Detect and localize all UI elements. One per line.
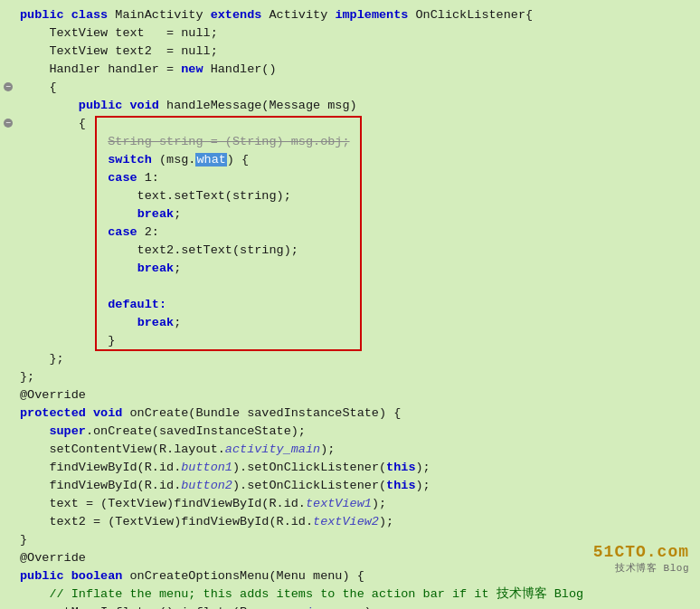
line-content-switch: switch (msg.what) { xyxy=(16,153,700,167)
code-line-settext2: text2.setText(string); xyxy=(0,241,700,259)
code-line-default: default: xyxy=(0,295,700,313)
gutter-5[interactable]: − xyxy=(0,82,16,91)
code-line-tv1: text = (TextView)findViewById(R.id.textV… xyxy=(0,494,700,512)
code-line-switch: switch (msg.what) { xyxy=(0,150,700,168)
code-line-3: TextView text2 = null; xyxy=(0,42,700,60)
code-line-super: super.onCreate(savedInstanceState); xyxy=(0,422,700,440)
line-content-7: { xyxy=(16,117,700,130)
line-content-closebrace: } xyxy=(16,334,700,347)
line-content-6: public void handleMessage(Message msg) xyxy=(16,99,700,112)
line-content-st: String string = (String) msg.obj; xyxy=(16,135,700,148)
line-content-4: Handler handler = new Handler() xyxy=(16,62,700,76)
code-line-breakdef: break; xyxy=(0,313,700,331)
code-line-1: public class MainActivity extends Activi… xyxy=(0,5,700,24)
code-line-inflater: getMenuInflater().inflate(R.menu.main, m… xyxy=(0,603,700,609)
line-content-comment: // Inflate the menu; this adds items to … xyxy=(16,585,700,602)
line-content-tv1: text = (TextView)findViewById(R.id.textV… xyxy=(16,497,700,510)
code-line-7: − { xyxy=(0,114,700,132)
code-line-fvb2: findViewById(R.id.button2).setOnClickLis… xyxy=(0,476,700,494)
code-line-settext1: text.setText(string); xyxy=(0,186,700,205)
line-content-empty xyxy=(16,280,700,293)
line-content-case1: case 1: xyxy=(16,171,700,185)
code-line-case1: case 1: xyxy=(0,168,700,186)
code-line-6: public void handleMessage(Message msg) xyxy=(0,96,700,114)
code-line-override1: @Override xyxy=(0,385,700,404)
watermark-tagline: 技术博客 Blog xyxy=(615,561,689,575)
code-line-4: Handler handler = new Handler() xyxy=(0,60,700,78)
line-content-2: TextView text = null; xyxy=(16,26,700,40)
code-editor: public class MainActivity extends Activi… xyxy=(0,0,700,609)
code-line-2: TextView text = null; xyxy=(0,24,700,42)
code-line-break2: break; xyxy=(0,259,700,277)
watermark-logo: 51CTO.com xyxy=(593,543,689,561)
line-content-inflater: getMenuInflater().inflate(R.menu.main, m… xyxy=(16,605,700,610)
code-line-oncreate: protected void onCreate(Bundle savedInst… xyxy=(0,404,700,422)
line-content-break2: break; xyxy=(16,262,700,275)
code-line-comment: // Inflate the menu; this adds items to … xyxy=(0,585,700,603)
line-content-fvb2: findViewById(R.id.button2).setOnClickLis… xyxy=(16,479,700,492)
line-content-case2: case 2: xyxy=(16,225,700,239)
code-line-classclose: }; xyxy=(0,367,700,385)
code-line-strikethrough: String string = (String) msg.obj; xyxy=(0,132,700,150)
code-line-handlerclose: }; xyxy=(0,349,700,367)
watermark: 51CTO.com 技术博客 Blog xyxy=(593,543,689,575)
code-line-case2: case 2: xyxy=(0,223,700,241)
collapse-icon-2[interactable]: − xyxy=(4,119,13,128)
line-content-settext1: text.setText(string); xyxy=(16,189,700,203)
line-content-override1: @Override xyxy=(16,388,700,402)
line-content-default: default: xyxy=(16,298,700,311)
code-line-closebrace: } xyxy=(0,331,700,349)
line-content-fvb1: findViewById(R.id.button1).setOnClickLis… xyxy=(16,461,700,474)
line-content-3: TextView text2 = null; xyxy=(16,44,700,58)
line-content-setcontent: setContentView(R.layout.activity_main); xyxy=(16,442,700,456)
code-line-tv2: text2 = (TextView)findViewById(R.id.text… xyxy=(0,512,700,530)
selected-word: what xyxy=(195,153,226,167)
code-line-fvb1: findViewById(R.id.button1).setOnClickLis… xyxy=(0,458,700,476)
gutter-7[interactable]: − xyxy=(0,119,16,128)
code-line-5: − { xyxy=(0,78,700,96)
line-content-5: { xyxy=(16,81,700,94)
code-line-break1: break; xyxy=(0,205,700,223)
line-content-tv2: text2 = (TextView)findViewById(R.id.text… xyxy=(16,515,700,528)
line-content-oncreate: protected void onCreate(Bundle savedInst… xyxy=(16,406,700,420)
line-content-1: public class MainActivity extends Activi… xyxy=(16,8,700,22)
code-line-empty xyxy=(0,277,700,295)
line-content-breakdef: break; xyxy=(16,316,700,329)
line-content-settext2: text2.setText(string); xyxy=(16,243,700,257)
line-content-super: super.onCreate(savedInstanceState); xyxy=(16,424,700,438)
line-content-classclose: }; xyxy=(16,370,700,384)
code-line-setcontent: setContentView(R.layout.activity_main); xyxy=(0,440,700,458)
line-content-handlerclose: }; xyxy=(16,352,700,366)
collapse-icon[interactable]: − xyxy=(4,82,13,91)
line-content-break1: break; xyxy=(16,207,700,221)
